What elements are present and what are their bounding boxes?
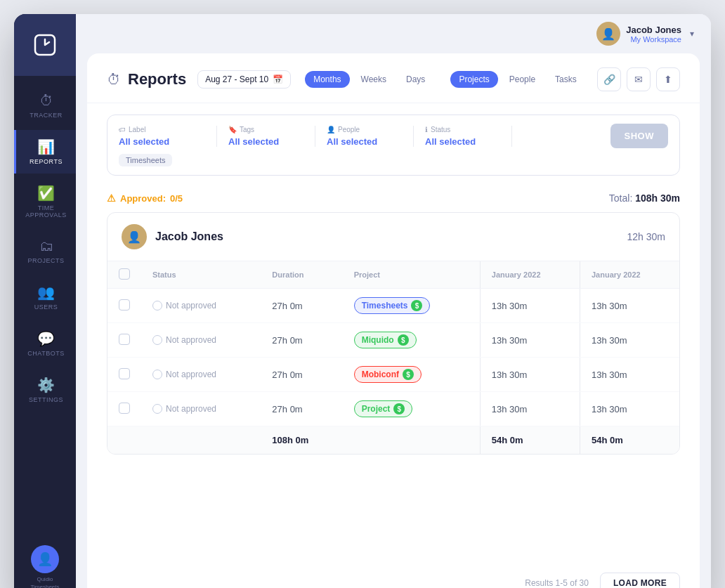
sidebar-item-tracker[interactable]: ⏱ TRACKER bbox=[14, 84, 76, 127]
reports-icon: 📊 bbox=[37, 138, 55, 155]
header-actions: 🔗 ✉ ⬆ bbox=[597, 67, 680, 91]
date-range-button[interactable]: Aug 27 - Sept 10 📅 bbox=[197, 70, 291, 89]
col-checkbox bbox=[107, 261, 141, 289]
email-button[interactable]: ✉ bbox=[627, 67, 651, 91]
approved-value: 0/5 bbox=[170, 193, 183, 204]
page-area: ⏱ Reports Aug 27 - Sept 10 📅 Months Week… bbox=[87, 53, 700, 588]
filter-status-group[interactable]: ℹ Status All selected bbox=[414, 126, 512, 147]
sidebar-item-chatbots[interactable]: 💬 CHATBOTS bbox=[14, 322, 76, 365]
sidebar-user-avatar[interactable]: 👤 bbox=[31, 545, 59, 573]
tags-icon: 🔖 bbox=[228, 126, 237, 133]
row-col2: 13h 30m bbox=[580, 323, 679, 358]
topbar-user-info: Jacob Jones My Workspace bbox=[626, 25, 681, 44]
row-checkbox[interactable] bbox=[119, 368, 130, 379]
filter-label-value: All selected bbox=[119, 136, 205, 147]
row-project: Miquido $ bbox=[343, 323, 481, 358]
user-report-card: 👤 Jacob Jones 12h 30m Status bbox=[107, 212, 680, 455]
tab-months[interactable]: Months bbox=[305, 71, 349, 88]
row-checkbox[interactable] bbox=[119, 403, 130, 414]
row-project: Mobiconf $ bbox=[343, 358, 481, 392]
status-circle-icon bbox=[152, 301, 162, 311]
row-project: Project $ bbox=[343, 392, 481, 426]
row-checkbox-cell bbox=[107, 289, 141, 323]
row-col1: 13h 30m bbox=[480, 289, 580, 323]
totals-empty-status bbox=[141, 426, 261, 455]
sidebar-user-label: QuidioTimesheets bbox=[30, 576, 59, 588]
tracker-icon: ⏱ bbox=[39, 93, 53, 109]
filters-tags-row: Timesheets bbox=[119, 154, 668, 166]
table-body: Not approved 27h 0m Timesheets $ 13h 30m bbox=[107, 289, 679, 455]
row-col1: 13h 30m bbox=[480, 358, 580, 392]
sidebar-item-settings[interactable]: ⚙️ SETTINGS bbox=[14, 368, 76, 412]
sidebar-item-reports[interactable]: 📊 REPORTS bbox=[14, 130, 76, 174]
row-status: Not approved bbox=[141, 289, 261, 323]
totals-empty-check bbox=[107, 426, 141, 455]
table-row: Not approved 27h 0m Project $ 13h 30m bbox=[107, 392, 679, 426]
table-row: Not approved 27h 0m Mobiconf $ 13h 30m bbox=[107, 358, 679, 392]
status-circle-icon bbox=[152, 335, 162, 345]
settings-icon: ⚙️ bbox=[37, 377, 55, 393]
project-tag-timesheets: Timesheets $ bbox=[354, 297, 431, 314]
col-project: Project bbox=[343, 261, 481, 289]
row-checkbox[interactable] bbox=[119, 334, 130, 345]
app-shell: ⏱ TRACKER 📊 REPORTS ✅ TIME APPROVALS 🗂 P… bbox=[14, 14, 711, 588]
row-col2: 13h 30m bbox=[580, 289, 679, 323]
reports-page-icon: ⏱ bbox=[107, 72, 121, 88]
row-checkbox-cell bbox=[107, 323, 141, 358]
topbar-user[interactable]: 👤 Jacob Jones My Workspace ▾ bbox=[596, 22, 694, 46]
table-row: Not approved 27h 0m Timesheets $ 13h 30m bbox=[107, 289, 679, 323]
active-filter-tag[interactable]: Timesheets bbox=[119, 154, 172, 166]
link-button[interactable]: 🔗 bbox=[597, 67, 621, 91]
results-text: Results 1-5 of 30 bbox=[525, 578, 589, 588]
date-range-text: Aug 27 - Sept 10 bbox=[205, 74, 268, 84]
filter-tags-value: All selected bbox=[228, 136, 303, 147]
app-logo-icon bbox=[32, 32, 58, 58]
user-card-header: 👤 Jacob Jones 12h 30m bbox=[107, 213, 679, 261]
filter-people-title: 👤 People bbox=[327, 126, 402, 133]
table-row: Not approved 27h 0m Miquido $ 13h 30m bbox=[107, 323, 679, 358]
dollar-icon: $ bbox=[398, 334, 409, 346]
project-tag-miquido: Miquido $ bbox=[354, 332, 417, 348]
filter-status-title: ℹ Status bbox=[425, 126, 500, 133]
chatbots-icon: 💬 bbox=[37, 330, 55, 347]
page-title-group: ⏱ Reports bbox=[107, 70, 186, 89]
filter-people-group[interactable]: 👤 People All selected bbox=[315, 126, 414, 147]
group-tabs: Projects People Tasks bbox=[450, 71, 584, 88]
sidebar-item-label-tracker: TRACKER bbox=[30, 112, 63, 119]
filter-tags-group[interactable]: 🔖 Tags All selected bbox=[217, 126, 315, 147]
tab-tasks[interactable]: Tasks bbox=[547, 71, 585, 88]
select-all-checkbox[interactable] bbox=[119, 268, 130, 280]
tab-days[interactable]: Days bbox=[398, 71, 433, 88]
export-button[interactable]: ⬆ bbox=[656, 67, 680, 91]
topbar-avatar: 👤 bbox=[596, 22, 620, 46]
tab-weeks[interactable]: Weeks bbox=[353, 71, 395, 88]
totals-empty-project bbox=[343, 426, 481, 455]
user-avatar: 👤 bbox=[122, 224, 147, 249]
col-jan-2022-a: January 2022 bbox=[480, 261, 580, 289]
project-tag-mobiconf: Mobiconf $ bbox=[354, 366, 422, 383]
totals-col2: 54h 0m bbox=[580, 426, 679, 455]
sidebar: ⏱ TRACKER 📊 REPORTS ✅ TIME APPROVALS 🗂 P… bbox=[14, 14, 76, 588]
people-icon: 👤 bbox=[327, 126, 335, 133]
load-more-button[interactable]: LOAD MORE bbox=[600, 573, 680, 588]
tab-people[interactable]: People bbox=[501, 71, 544, 88]
topbar: 👤 Jacob Jones My Workspace ▾ bbox=[76, 14, 711, 53]
row-checkbox[interactable] bbox=[119, 299, 130, 311]
approved-badge: ⚠ Approved: 0/5 bbox=[107, 192, 183, 204]
show-button[interactable]: SHOW bbox=[610, 124, 668, 148]
col-status: Status bbox=[141, 261, 261, 289]
filter-tags-title: 🔖 Tags bbox=[228, 126, 303, 133]
summary-bar: ⚠ Approved: 0/5 Total: 108h 30m bbox=[87, 187, 700, 212]
tab-projects[interactable]: Projects bbox=[450, 71, 497, 88]
sidebar-item-users[interactable]: 👥 USERS bbox=[14, 275, 76, 319]
main-content: 👤 Jacob Jones My Workspace ▾ ⏱ Reports A… bbox=[76, 14, 711, 588]
dollar-icon: $ bbox=[403, 369, 414, 380]
row-status: Not approved bbox=[141, 392, 261, 426]
topbar-user-name: Jacob Jones bbox=[626, 25, 681, 35]
dollar-icon: $ bbox=[411, 300, 422, 311]
sidebar-item-time-approvals[interactable]: ✅ TIME APPROVALS bbox=[14, 176, 76, 227]
filter-label-group[interactable]: 🏷 Label All selected bbox=[119, 126, 217, 147]
sidebar-item-projects[interactable]: 🗂 PROJECTS bbox=[14, 230, 76, 273]
chevron-down-icon: ▾ bbox=[690, 29, 694, 39]
row-col2: 13h 30m bbox=[580, 358, 679, 392]
